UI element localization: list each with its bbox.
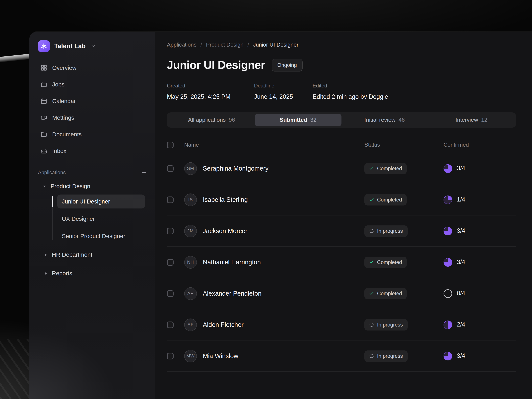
row-checkbox[interactable]	[167, 228, 174, 234]
sidebar-item-documents[interactable]: Documents	[38, 126, 149, 143]
applicant-name: Mia Winslow	[203, 352, 364, 360]
status-cell: Completed	[364, 257, 443, 268]
avatar: NH	[184, 256, 197, 268]
tab-initial-review[interactable]: Initial review 46	[341, 114, 428, 126]
status-pill: In progress	[364, 350, 407, 361]
sidebar-item-overview[interactable]: Overview	[38, 59, 149, 76]
row-checkbox[interactable]	[167, 290, 174, 297]
meta-label: Deadline	[254, 83, 313, 89]
chevron-down-icon[interactable]	[91, 44, 96, 49]
workspace-switcher[interactable]: Talent Lab	[38, 39, 149, 54]
applicant-name: Jackson Mercer	[203, 227, 364, 234]
grid-icon	[41, 64, 47, 71]
status-cell: Completed	[364, 163, 443, 174]
main-content: Applications / Product Design / Junior U…	[155, 32, 532, 399]
confirmed-cell: 3/4	[443, 352, 516, 360]
table-row[interactable]: NH Nathaniel Harrington Completed 3/4	[167, 247, 516, 278]
row-checkbox[interactable]	[167, 321, 174, 328]
page-title: Junior UI Designer	[167, 58, 265, 71]
breadcrumb-applications[interactable]: Applications	[167, 42, 196, 48]
breadcrumb: Applications / Product Design / Junior U…	[167, 42, 516, 48]
sidebar-item-calendar[interactable]: Calendar	[38, 93, 149, 109]
tab-submitted[interactable]: Submitted 32	[255, 114, 342, 126]
table-row[interactable]: AF Aiden Fletcher In progress 2/4	[167, 309, 516, 341]
select-all-checkbox[interactable]	[167, 141, 174, 148]
avatar: MW	[184, 350, 197, 362]
sidebar-item-junior-ui-designer[interactable]: Junior UI Designer	[57, 195, 145, 209]
confirmed-count: 2/4	[457, 321, 465, 328]
breadcrumb-current: Junior UI Designer	[253, 42, 298, 48]
sidebar-item-label: Overview	[52, 64, 76, 71]
folder-icon	[41, 131, 47, 138]
row-checkbox[interactable]	[167, 196, 174, 203]
status-pill: In progress	[364, 319, 407, 330]
avatar: IS	[184, 193, 197, 206]
sidebar-item-meetings[interactable]: Mettings	[38, 109, 149, 126]
tree-item-label: Senior Product Designer	[62, 233, 125, 240]
add-application-button[interactable]	[141, 170, 147, 176]
sidebar-group-hr-department[interactable]: HR Department	[38, 246, 149, 263]
sidebar-item-inbox[interactable]: Inbox	[38, 143, 149, 159]
progress-pie-icon	[443, 195, 452, 204]
progress-pie-icon	[443, 258, 452, 266]
progress-pie-icon	[443, 164, 452, 173]
status-pill: Completed	[364, 194, 407, 205]
sidebar-item-ux-designer[interactable]: UX Designer	[57, 212, 145, 226]
confirmed-count: 3/4	[457, 259, 465, 266]
sidebar-item-senior-product-designer[interactable]: Senior Product Designer	[57, 229, 145, 243]
tab-interview[interactable]: Interview 12	[428, 114, 515, 126]
status-label: Completed	[377, 165, 402, 171]
breadcrumb-separator: /	[247, 42, 249, 48]
progress-pie-icon	[443, 227, 452, 235]
table-row[interactable]: JM Jackson Mercer In progress 3/4	[167, 215, 516, 247]
avatar: SM	[184, 162, 197, 175]
tab-label: Initial review	[364, 117, 395, 123]
avatar: AP	[184, 287, 197, 300]
meta-deadline: Deadline June 14, 2025	[254, 83, 313, 101]
meta-value: Edited 2 min ago by Doggie	[313, 93, 388, 101]
confirmed-count: 3/4	[457, 165, 465, 172]
confirmed-cell: 2/4	[443, 320, 516, 329]
row-checkbox[interactable]	[167, 165, 174, 172]
sidebar-group-reports[interactable]: Reports	[38, 265, 149, 282]
confirmed-cell: 1/4	[443, 195, 516, 204]
sidebar-item-label: Calendar	[52, 98, 76, 105]
check-icon	[369, 260, 374, 265]
status-cell: Completed	[364, 194, 443, 205]
status-label: Completed	[377, 259, 402, 265]
status-label: In progress	[377, 322, 403, 328]
group-label: Reports	[52, 270, 72, 277]
applicant-name: Aiden Fletcher	[203, 321, 364, 328]
in-progress-icon	[369, 228, 374, 234]
table-row[interactable]: AP Alexander Pendleton Completed 0/4	[167, 278, 516, 309]
workspace-name: Talent Lab	[54, 43, 86, 50]
column-header-confirmed: Confirmed	[443, 142, 516, 148]
confirmed-count: 3/4	[457, 352, 465, 359]
tab-all-applications[interactable]: All applications 96	[168, 114, 255, 126]
job-meta: Created May 25, 2025, 4:25 PM Deadline J…	[167, 83, 516, 101]
inbox-icon	[41, 148, 47, 154]
table-row[interactable]: IS Isabella Sterling Completed 1/4	[167, 184, 516, 215]
sidebar-item-jobs[interactable]: Jobs	[38, 76, 149, 93]
confirmed-count: 3/4	[457, 228, 465, 234]
breadcrumb-product-design[interactable]: Product Design	[206, 42, 244, 48]
tab-count: 46	[399, 117, 405, 123]
column-header-name: Name	[184, 142, 364, 148]
status-pill: Completed	[364, 163, 407, 174]
row-checkbox[interactable]	[167, 353, 174, 359]
tree-item-label: Junior UI Designer	[62, 198, 110, 205]
avatar: JM	[184, 225, 197, 237]
table-row[interactable]: MW Mia Winslow In progress 3/4	[167, 341, 516, 372]
briefcase-icon	[41, 81, 47, 88]
status-badge: Ongoing	[272, 59, 302, 71]
sidebar-item-label: Mettings	[52, 114, 74, 121]
meta-label: Edited	[313, 83, 388, 89]
confirmed-count: 1/4	[457, 196, 465, 203]
video-icon	[41, 114, 47, 121]
background-light-streak	[0, 54, 32, 62]
sidebar-group-product-design[interactable]: Product Design	[38, 178, 149, 195]
tree-item-label: UX Designer	[62, 215, 95, 222]
table-row[interactable]: SM Seraphina Montgomery Completed 3/4	[167, 153, 516, 184]
row-checkbox[interactable]	[167, 259, 174, 266]
meta-label: Created	[167, 83, 254, 89]
